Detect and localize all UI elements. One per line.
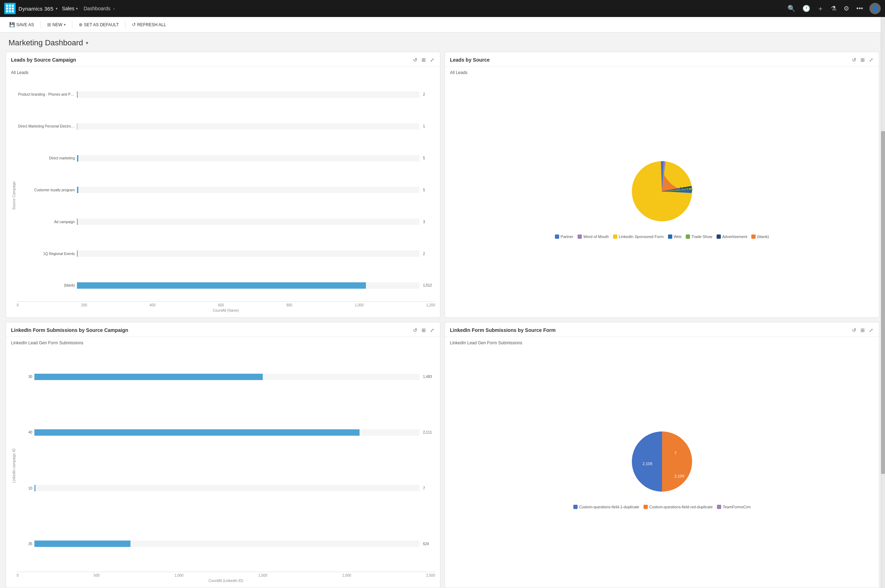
bar-track — [77, 187, 420, 193]
scrollbar-track[interactable] — [881, 17, 885, 588]
waffle-button[interactable] — [4, 3, 16, 14]
bar-chart-1-inner: Product branding - Phones and Personal..… — [17, 79, 435, 312]
save-as-button[interactable]: 💾 SAVE AS — [6, 21, 38, 29]
legend-dot — [613, 234, 617, 239]
leads-source-body: All Leads 1,011 — [445, 67, 879, 317]
pie-svg-4: 2,109 7 2,109 — [623, 423, 701, 501]
bar-row: 40 2,111 — [18, 429, 433, 436]
legend-item: Custom-questions-field-1-duplicate — [573, 505, 639, 509]
bar-label: 40 — [18, 430, 32, 434]
bar-x-tick: 0 — [17, 303, 19, 307]
bar-chart-1: Source Campaign Product branding - Phone… — [11, 79, 435, 312]
bar-row: Direct Marketing Personal Electronics 1 — [18, 123, 433, 130]
leads-source-campaign-card: Leads by Source Campaign ↺ ⊞ ⤢ All Leads… — [6, 52, 440, 318]
set-default-button[interactable]: ⊕ SET AS DEFAULT — [75, 21, 122, 29]
add-icon[interactable]: ＋ — [817, 4, 824, 13]
legend-label: Custom-questions-field-not-duplicate — [649, 505, 713, 509]
pie-slice-orange — [662, 431, 692, 492]
legend-label: Word of Mouth — [583, 234, 609, 239]
bar-row: Product branding - Phones and Personal..… — [18, 92, 433, 98]
bar-fill — [35, 540, 131, 547]
view-chart-2[interactable]: ⊞ — [860, 56, 865, 63]
cmd-sep-3 — [125, 21, 125, 28]
legend-dot — [668, 234, 672, 239]
linkedin-source-campaign-title: LinkedIn Form Submissions by Source Camp… — [11, 327, 128, 333]
linkedin-source-form-subtitle: LinkedIn Lead Gen Form Submissions — [450, 340, 874, 345]
legend-dot — [644, 505, 648, 509]
view-chart-1[interactable]: ⊞ — [421, 56, 426, 63]
bar-track — [77, 155, 420, 162]
leads-source-subtitle: All Leads — [450, 70, 874, 75]
bar-fill — [35, 485, 35, 491]
expand-chart-4[interactable]: ⤢ — [868, 327, 874, 334]
cmd-sep-1 — [41, 21, 41, 28]
bar-value: 2 — [423, 93, 433, 96]
bar-row: 1Q Regional Events 2 — [18, 250, 433, 257]
legend-label: Web — [674, 234, 682, 239]
avatar[interactable]: 👤 — [869, 3, 881, 14]
bar-fill — [77, 123, 77, 130]
bar-fill — [35, 374, 263, 380]
page-title-chevron[interactable]: ▾ — [86, 40, 88, 46]
bar-value: 1,483 — [423, 375, 433, 379]
scrollbar-thumb[interactable] — [881, 131, 885, 474]
linkedin-source-form-title: LinkedIn Form Submissions by Source Form — [450, 327, 555, 333]
pie-label-1: 2,109 — [643, 462, 652, 466]
legend-item: Partner — [555, 234, 573, 239]
bar-chart-1-ylabel: Source Campaign — [11, 79, 17, 312]
bar-fill — [77, 282, 366, 289]
bar-chart-1-xlabel: CountAll (Name) — [17, 309, 435, 312]
bar-fill — [77, 187, 78, 193]
refresh-chart-4[interactable]: ↺ — [851, 327, 857, 334]
search-icon[interactable]: 🔍 — [787, 4, 795, 12]
bar-value: 7 — [423, 486, 433, 490]
refresh-chart-3[interactable]: ↺ — [412, 327, 418, 334]
linkedin-source-form-card: LinkedIn Form Submissions by Source Form… — [445, 322, 879, 588]
legend-item: (blank) — [751, 234, 769, 239]
pie-legend-2: Partner Word of Mouth LinkedIn Sponsored… — [555, 234, 769, 239]
linkedin-source-campaign-header: LinkedIn Form Submissions by Source Camp… — [6, 322, 440, 337]
expand-chart-2[interactable]: ⤢ — [868, 56, 874, 63]
bar-label: 35 — [18, 542, 32, 546]
legend-item: Advertisement — [716, 234, 747, 239]
pie-indicator-dot — [689, 190, 692, 192]
new-button[interactable]: ⊞ NEW ▾ — [44, 21, 69, 29]
legend-item: Word of Mouth — [578, 234, 609, 239]
bar-x-tick: 800 — [286, 303, 292, 307]
more-icon[interactable]: ••• — [856, 5, 863, 12]
bar-track — [77, 92, 420, 98]
bar-track — [35, 485, 420, 491]
expand-chart-3[interactable]: ⤢ — [429, 327, 435, 334]
bar-value: 5 — [423, 188, 433, 192]
view-chart-4[interactable]: ⊞ — [860, 327, 865, 334]
settings-icon[interactable]: ⚙ — [843, 4, 849, 12]
nav-brand-chevron: ▾ — [56, 6, 58, 11]
bar-value: 1 — [423, 124, 433, 128]
filter-icon[interactable]: ⚗ — [831, 4, 837, 12]
pie-chart-2: 1,011 Partner Word of Mouth LinkedIn Spo… — [450, 79, 874, 312]
nav-brand[interactable]: Dynamics 365 — [18, 6, 54, 12]
leads-source-campaign-subtitle: All Leads — [11, 70, 435, 75]
bar-fill — [35, 429, 360, 436]
new-chevron: ▾ — [64, 22, 66, 27]
refresh-chart-1[interactable]: ↺ — [412, 56, 418, 63]
nav-app[interactable]: Sales — [62, 6, 74, 11]
refresh-all-button[interactable]: ↺ REFRESH ALL — [128, 21, 170, 29]
bar-track — [77, 282, 420, 289]
bar-row: 30 1,483 — [18, 374, 433, 380]
bar-label: Customer loyalty program — [18, 188, 75, 192]
expand-chart-1[interactable]: ⤢ — [429, 56, 435, 63]
history-icon[interactable]: 🕐 — [802, 4, 810, 12]
legend-label: Custom-questions-field-1-duplicate — [579, 505, 639, 509]
waffle-grid — [6, 4, 14, 12]
bar-label: 1Q Regional Events — [18, 252, 75, 256]
refresh-chart-2[interactable]: ↺ — [851, 56, 857, 63]
refresh-icon: ↺ — [132, 22, 136, 27]
bar-x-tick: 500 — [93, 573, 99, 578]
legend-dot — [578, 234, 582, 239]
view-chart-3[interactable]: ⊞ — [421, 327, 426, 334]
page-title: Marketing Dashboard — [9, 38, 83, 48]
linkedin-source-form-header: LinkedIn Form Submissions by Source Form… — [445, 322, 879, 337]
nav-breadcrumb[interactable]: Dashboards — [84, 6, 111, 11]
legend-item: Custom-questions-field-not-duplicate — [644, 505, 713, 509]
